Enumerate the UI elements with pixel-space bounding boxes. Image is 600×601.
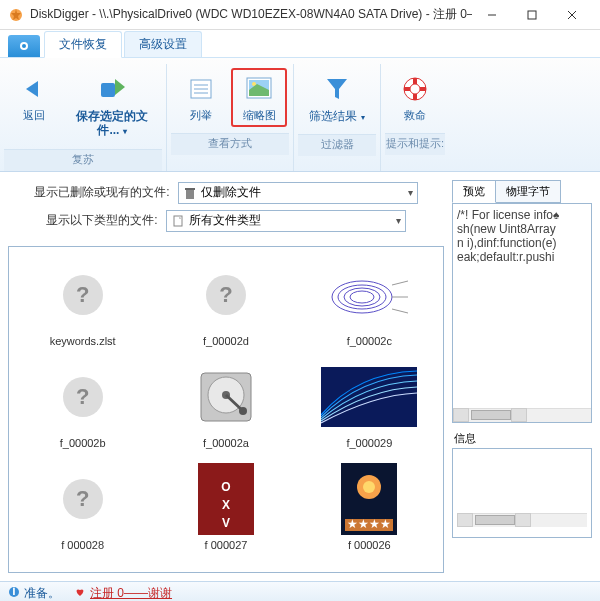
svg-text:i: i	[12, 586, 15, 598]
thumbnail-image: ?	[35, 361, 131, 433]
list-label: 列举	[190, 109, 212, 122]
maximize-button[interactable]	[512, 1, 552, 29]
ribbon-group-help: 救命 提示和提示:	[381, 64, 449, 171]
svg-text:★★★★: ★★★★	[347, 517, 391, 531]
heart-icon	[74, 586, 86, 601]
thumbnail-name: f_00002b	[17, 437, 148, 449]
svg-point-20	[332, 281, 392, 313]
thumbnails-label: 缩略图	[243, 109, 276, 122]
thumbnail-item[interactable]: f_00002c	[300, 255, 439, 351]
preview-scrollbar[interactable]	[453, 408, 591, 422]
filter-rows: 显示已删除或现有的文件: 仅删除文件 ▾ 显示以下类型的文件: 所有文件类型 ▾	[8, 180, 444, 246]
back-label: 返回	[23, 109, 45, 122]
thumbnail-name: f_00002a	[160, 437, 291, 449]
svg-point-16	[410, 84, 420, 94]
ribbon-group-view: 列举 缩略图 查看方式	[167, 64, 294, 171]
thumbnail-name: f_000029	[304, 437, 435, 449]
filter-results-button[interactable]: 筛选结果 ▾	[300, 68, 374, 128]
thumbnail-item[interactable]: ★★★★f 000026	[300, 459, 439, 555]
help-button[interactable]: 救命	[387, 68, 443, 127]
tab-file-recovery[interactable]: 文件恢复	[44, 31, 122, 58]
thumbnail-image	[321, 259, 417, 331]
thumbnail-item[interactable]: ?f_00002d	[156, 255, 295, 351]
chevron-down-icon: ▾	[408, 187, 413, 198]
ribbon-group-help-label: 提示和提示:	[385, 133, 445, 155]
thumbnail-image: ★★★★	[321, 463, 417, 535]
thumbnail-image	[321, 361, 417, 433]
status-register[interactable]: 注册 0——谢谢	[74, 585, 172, 601]
show-types-combo[interactable]: 所有文件类型 ▾	[166, 210, 406, 232]
body-area: 显示已删除或现有的文件: 仅删除文件 ▾ 显示以下类型的文件: 所有文件类型 ▾…	[0, 172, 600, 581]
thumbnail-name: f_00002d	[160, 335, 291, 347]
thumbnail-image: ?	[35, 463, 131, 535]
thumbnail-item[interactable]: f_00002a	[156, 357, 295, 453]
back-button[interactable]: 返回	[6, 68, 62, 143]
thumbnail-image: OXV	[178, 463, 274, 535]
status-ready: i 准备。	[8, 585, 60, 601]
list-view-button[interactable]: 列举	[173, 68, 229, 127]
titlebar: DiskDigger - \\.\PhysicalDrive0 (WDC WD1…	[0, 0, 600, 30]
info-box	[452, 448, 592, 538]
svg-text:X: X	[222, 498, 230, 512]
picture-icon	[243, 73, 275, 105]
info-icon: i	[8, 586, 20, 601]
svg-line-24	[392, 281, 408, 285]
chevron-down-icon: ▾	[396, 215, 401, 226]
thumbnail-image	[178, 361, 274, 433]
side-tabs: 预览 物理字节	[452, 180, 592, 203]
svg-rect-17	[186, 190, 194, 199]
svg-rect-2	[528, 11, 536, 19]
svg-point-21	[338, 285, 386, 309]
minimize-button[interactable]	[472, 1, 512, 29]
info-scrollbar[interactable]	[457, 513, 587, 527]
show-deleted-combo[interactable]: 仅删除文件 ▾	[178, 182, 418, 204]
filter-results-label: 筛选结果	[309, 109, 357, 123]
list-icon	[185, 73, 217, 105]
close-button[interactable]	[552, 1, 592, 29]
trash-icon	[183, 186, 197, 200]
thumbnail-item[interactable]: ?keywords.zlst	[13, 255, 152, 351]
tab-bytes[interactable]: 物理字节	[495, 180, 561, 203]
status-ready-text: 准备。	[24, 585, 60, 601]
svg-text:O: O	[221, 480, 230, 494]
svg-point-23	[350, 291, 374, 303]
thumbnail-item[interactable]: f_000029	[300, 357, 439, 453]
back-icon	[18, 73, 50, 105]
thumbnail-item[interactable]: OXVf 000027	[156, 459, 295, 555]
preview-box: /*! For license info♠ sh(new Uint8Array …	[452, 203, 592, 423]
ribbon-group-recover-label: 复苏	[4, 149, 162, 171]
svg-line-26	[392, 309, 408, 313]
thumbnail-view-button[interactable]: 缩略图	[231, 68, 287, 127]
thumbnail-name: f_00002c	[304, 335, 435, 347]
thumbnail-panel[interactable]: ?keywords.zlst?f_00002df_00002c?f_00002b…	[8, 246, 444, 573]
save-selected-button[interactable]: 保存选定的文件... ▾	[64, 68, 160, 143]
thumbnail-name: f 000028	[17, 539, 148, 551]
menu-button[interactable]	[8, 35, 40, 57]
file-icon	[171, 214, 185, 228]
thumbnail-item[interactable]: ?f 000028	[13, 459, 152, 555]
thumbnail-name: f 000027	[160, 539, 291, 551]
tabstrip: 文件恢复 高级设置	[0, 30, 600, 58]
ribbon-group-filter: 筛选结果 ▾ 过滤器	[294, 64, 381, 171]
show-types-label: 显示以下类型的文件:	[46, 212, 157, 229]
info-label: 信息	[452, 429, 592, 448]
svg-point-38	[363, 481, 375, 493]
svg-rect-19	[174, 216, 182, 226]
ribbon: 返回 保存选定的文件... ▾ 复苏 列举 缩略图	[0, 58, 600, 172]
ribbon-group-view-label: 查看方式	[171, 133, 289, 155]
window-title: DiskDigger - \\.\PhysicalDrive0 (WDC WD1…	[30, 6, 472, 23]
thumbnail-item[interactable]: ?f_00002b	[13, 357, 152, 453]
funnel-icon	[321, 73, 353, 105]
svg-rect-18	[185, 188, 195, 190]
tab-advanced[interactable]: 高级设置	[124, 31, 202, 57]
lifebuoy-icon	[399, 73, 431, 105]
ribbon-group-filter-label: 过滤器	[298, 134, 376, 156]
app-icon	[8, 7, 24, 23]
preview-text: /*! For license info♠ sh(new Uint8Array …	[457, 208, 587, 280]
svg-point-30	[239, 407, 247, 415]
svg-rect-7	[101, 83, 115, 97]
show-types-value: 所有文件类型	[189, 212, 392, 229]
ribbon-group-recover: 返回 保存选定的文件... ▾ 复苏	[0, 64, 167, 171]
thumbnail-name: f 000026	[304, 539, 435, 551]
tab-preview[interactable]: 预览	[452, 180, 496, 203]
